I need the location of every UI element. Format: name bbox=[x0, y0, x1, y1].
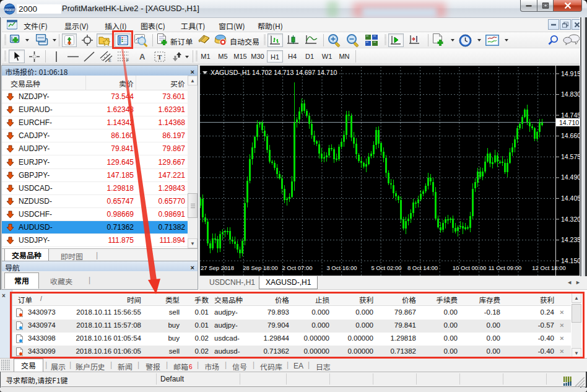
svg-text:14.235: 14.235 bbox=[561, 236, 581, 243]
svg-text:F: F bbox=[126, 58, 129, 63]
svg-text:11 Oct 09:00: 11 Oct 09:00 bbox=[489, 264, 522, 271]
svg-text:14.745: 14.745 bbox=[561, 111, 581, 119]
svg-text:8 Oct 14:00: 8 Oct 14:00 bbox=[407, 264, 438, 271]
svg-text:E: E bbox=[108, 58, 111, 63]
svg-text:5 Oct 02:00: 5 Oct 02:00 bbox=[371, 264, 401, 271]
svg-text:3 Oct 16:00: 3 Oct 16:00 bbox=[326, 264, 357, 271]
svg-text:27 Sep 2018: 27 Sep 2018 bbox=[201, 264, 234, 271]
svg-text:PROFIT: PROFIT bbox=[4, 9, 15, 12]
svg-text:14.490: 14.490 bbox=[561, 173, 581, 181]
svg-text:14.320: 14.320 bbox=[561, 216, 581, 223]
svg-text:28 Sep 18:00: 28 Sep 18:00 bbox=[243, 264, 278, 271]
svg-text:14.660: 14.660 bbox=[561, 132, 581, 139]
svg-text:14.150: 14.150 bbox=[561, 257, 581, 264]
svg-text:14.405: 14.405 bbox=[561, 194, 581, 202]
svg-text:2 Oct 07:00: 2 Oct 07:00 bbox=[282, 264, 312, 271]
svg-text:14.830: 14.830 bbox=[561, 90, 581, 98]
svg-text:14.710: 14.710 bbox=[559, 119, 579, 126]
svg-text:T: T bbox=[157, 53, 162, 61]
svg-text:12 Oct 18:00: 12 Oct 18:00 bbox=[532, 264, 565, 271]
svg-text:14.575: 14.575 bbox=[561, 153, 581, 160]
svg-text:14.915: 14.915 bbox=[561, 70, 581, 77]
svg-text:XAGUSD-,H1 14.702 14.713 14.6: XAGUSD-,H1 14.702 14.713 14.697 14.710 bbox=[211, 69, 337, 76]
svg-text:10 Oct 00:00: 10 Oct 00:00 bbox=[453, 264, 486, 271]
